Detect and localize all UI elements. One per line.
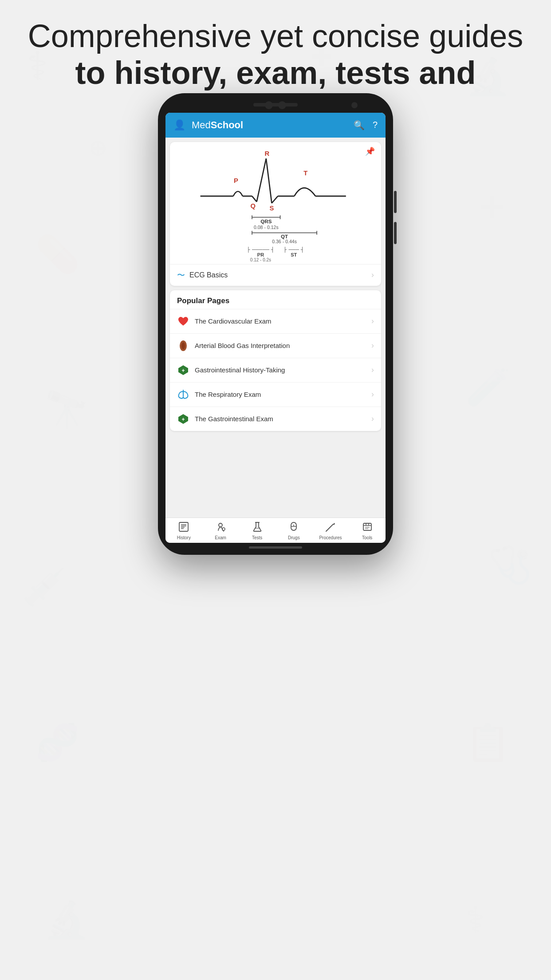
app-title-light: Med — [192, 119, 211, 130]
svg-text:🔭: 🔭 — [44, 388, 89, 431]
bottom-nav: History Exam — [165, 518, 386, 543]
lung-icon — [177, 388, 189, 401]
header-line1: Comprehensive yet concise guides — [27, 18, 524, 55]
nav-tests-label: Tests — [252, 535, 262, 540]
kidney-icon — [177, 340, 189, 352]
volume-button-1 — [394, 191, 397, 213]
svg-text:+: + — [479, 182, 505, 231]
svg-line-17 — [257, 158, 266, 202]
nav-exam-label: Exam — [215, 535, 226, 540]
procedures-nav-icon — [325, 522, 336, 534]
svg-rect-58 — [363, 523, 371, 530]
svg-text:QRS: QRS — [260, 218, 272, 224]
ecg-link-icon: 〜 — [177, 270, 185, 281]
svg-text:0.08 - 0.12s: 0.08 - 0.12s — [254, 225, 279, 230]
gi-exam-icon: + — [177, 413, 189, 425]
nav-exam[interactable]: Exam — [202, 518, 239, 543]
svg-text:🧪: 🧪 — [466, 366, 510, 408]
popular-item-gi-exam[interactable]: + The Gastrointestinal Exam › — [170, 407, 381, 431]
exam-nav-icon — [215, 522, 226, 534]
tools-nav-icon — [362, 522, 373, 534]
nav-tests[interactable]: Tests — [239, 518, 276, 543]
svg-text:🔬: 🔬 — [44, 899, 89, 941]
svg-rect-43 — [179, 522, 188, 531]
ecg-basics-label: ECG Basics — [189, 271, 371, 279]
svg-text:T: T — [303, 170, 307, 177]
ecg-diagram: P R T Q S QRS 0.08 - 0. — [196, 149, 355, 243]
home-bar — [249, 546, 302, 549]
app-title: MedSchool — [192, 119, 354, 131]
header-actions: 🔍 ? — [354, 120, 378, 130]
tests-nav-icon — [252, 522, 263, 534]
spacer — [165, 435, 386, 440]
search-button[interactable]: 🔍 — [354, 120, 365, 130]
phone-side-buttons — [394, 191, 397, 244]
svg-text:P: P — [234, 177, 238, 184]
svg-point-48 — [219, 523, 222, 527]
svg-text:0.36 - 0.44s: 0.36 - 0.44s — [272, 239, 297, 243]
popular-item-cardiovascular[interactable]: The Cardiovascular Exam › — [170, 309, 381, 333]
phone-bottom — [158, 546, 393, 555]
svg-text:S: S — [270, 205, 274, 212]
nav-procedures-label: Procedures — [319, 535, 342, 540]
drugs-nav-icon — [288, 522, 299, 534]
volume-button-2 — [394, 222, 397, 244]
ecg-card: 📌 — [170, 142, 381, 286]
svg-text:🧬: 🧬 — [35, 721, 80, 763]
abg-chevron: › — [371, 341, 374, 350]
svg-text:📋: 📋 — [466, 721, 510, 763]
ecg-basics-link[interactable]: 〜 ECG Basics › — [170, 264, 381, 286]
ecg-diagram-area: 📌 — [170, 142, 381, 247]
svg-text:+: + — [181, 416, 185, 423]
popular-pages-heading: Popular Pages — [170, 290, 381, 309]
svg-text:R: R — [265, 150, 270, 157]
nav-tools-label: Tools — [362, 535, 372, 540]
respiratory-label: The Respiratory Exam — [195, 391, 371, 398]
app-content: 📌 — [165, 138, 386, 518]
nav-procedures[interactable]: Procedures — [312, 518, 349, 543]
svg-point-38 — [181, 342, 185, 349]
app-title-bold: School — [211, 119, 243, 130]
svg-text:💊: 💊 — [35, 233, 80, 275]
cardiovascular-label: The Cardiovascular Exam — [195, 317, 371, 325]
heart-icon — [177, 315, 189, 328]
ecg-basics-chevron: › — [371, 270, 374, 280]
svg-line-18 — [266, 158, 272, 203]
cardiovascular-chevron: › — [371, 316, 374, 326]
gi-history-chevron: › — [371, 365, 374, 375]
pr-st-labels: ├─────┤ PR 0.12 - 0.2s ├───┤ ST — [170, 247, 381, 264]
gi-history-icon: + — [177, 364, 189, 376]
gi-history-label: Gastrointestinal History-Taking — [195, 366, 371, 374]
st-label: ├───┤ ST — [283, 247, 304, 262]
svg-text:💉: 💉 — [22, 566, 67, 608]
pr-label: ├─────┤ PR 0.12 - 0.2s — [247, 247, 275, 262]
nav-history[interactable]: History — [165, 518, 202, 543]
svg-text:⊕: ⊕ — [89, 135, 107, 160]
svg-text:🩺: 🩺 — [488, 544, 532, 586]
phone-selfie-cam — [351, 102, 358, 108]
phone-speaker — [253, 103, 298, 107]
abg-label: Arterial Blood Gas Interpretation — [195, 342, 371, 349]
svg-text:+: + — [181, 368, 185, 374]
nav-drugs[interactable]: Drugs — [276, 518, 312, 543]
popular-item-gi-history[interactable]: + Gastrointestinal History-Taking › — [170, 358, 381, 382]
gi-exam-chevron: › — [371, 414, 374, 423]
popular-pages-card: Popular Pages The Cardiovascular Exam › — [170, 290, 381, 431]
svg-line-19 — [272, 196, 278, 203]
popular-item-abg[interactable]: Arterial Blood Gas Interpretation › — [170, 333, 381, 358]
svg-text:Q: Q — [250, 202, 256, 209]
nav-drugs-label: Drugs — [288, 535, 300, 540]
svg-text:⚕: ⚕ — [466, 900, 485, 940]
phone-screen: 👤 MedSchool 🔍 ? 📌 — [165, 113, 386, 543]
history-nav-icon — [178, 522, 189, 534]
app-header: 👤 MedSchool 🔍 ? — [165, 113, 386, 138]
nav-tools[interactable]: Tools — [349, 518, 386, 543]
nav-history-label: History — [177, 535, 191, 540]
user-icon: 👤 — [173, 119, 185, 131]
pin-icon: 📌 — [365, 146, 375, 156]
svg-line-16 — [252, 196, 257, 202]
popular-item-respiratory[interactable]: The Respiratory Exam › — [170, 382, 381, 407]
gi-exam-label: The Gastrointestinal Exam — [195, 415, 371, 423]
help-button[interactable]: ? — [373, 120, 378, 130]
respiratory-chevron: › — [371, 390, 374, 399]
